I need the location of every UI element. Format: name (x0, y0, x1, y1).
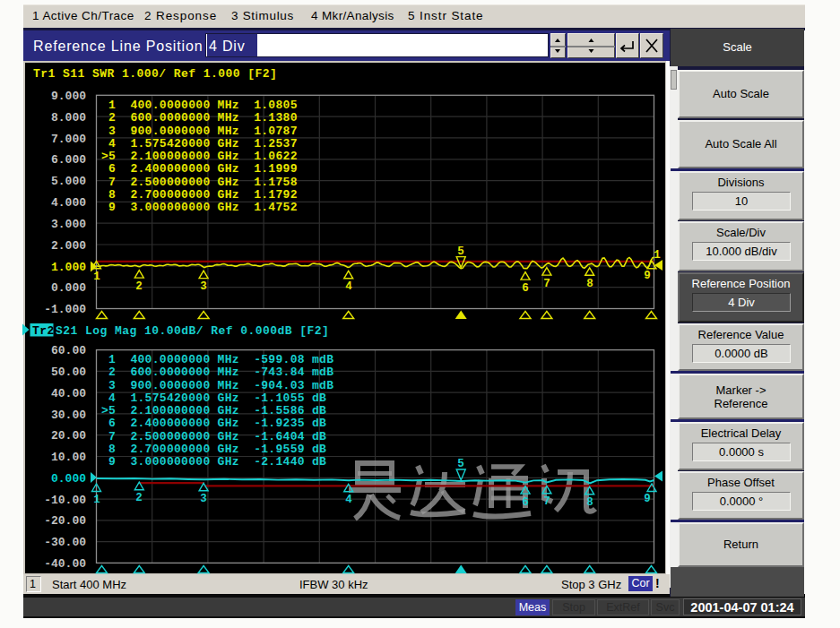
svg-text:6.000: 6.000 (51, 153, 86, 167)
svg-text:6 2.400000000 GHz -1.9235 dB: 6 2.400000000 GHz -1.9235 dB (101, 417, 326, 430)
svg-text:9 3.000000000 GHz 1.4752: 9 3.000000000 GHz 1.4752 (101, 201, 298, 214)
svg-text:4 1.575420000 GHz -1.1055 dB: 4 1.575420000 GHz -1.1055 dB (101, 391, 326, 405)
svg-text:30.00: 30.00 (51, 409, 86, 422)
svg-text:8 2.700000000 GHz 1.1792: 8 2.700000000 GHz 1.1792 (101, 188, 298, 202)
svg-text:6: 6 (522, 282, 529, 295)
svg-text:1: 1 (93, 271, 100, 283)
svg-text:3.000: 3.000 (51, 218, 86, 231)
svg-text:2 600.0000000 MHz -743.84 md: 2 600.0000000 MHz -743.84 mdB (101, 366, 333, 379)
svg-text:3: 3 (200, 280, 207, 293)
svg-text:60.00: 60.00 (51, 344, 86, 357)
svg-text:1.000: 1.000 (51, 261, 86, 274)
svg-text:4: 4 (345, 280, 352, 293)
svg-text:7: 7 (543, 495, 550, 508)
svg-text:2.000: 2.000 (51, 239, 86, 253)
svg-text:S21 Log Mag 10.00dB/ Ref 0.000: S21 Log Mag 10.00dB/ Ref 0.000dB [F2] (56, 324, 329, 338)
svg-text:3 900.0000000 MHz -904.03 md: 3 900.0000000 MHz -904.03 mdB (101, 379, 333, 392)
svg-text:3: 3 (200, 493, 207, 505)
svg-text:>5 2.100000000 GHz 1.0622: >5 2.100000000 GHz 1.0622 (101, 150, 298, 163)
svg-text:20.00: 20.00 (51, 429, 86, 443)
svg-text:3 900.0000000 MHz 1.0787: 3 900.0000000 MHz 1.0787 (101, 125, 298, 138)
svg-text:Tr1 S11 SWR 1.000/ Ref 1.000 [: Tr1 S11 SWR 1.000/ Ref 1.000 [F2] (33, 67, 277, 81)
svg-text:8.000: 8.000 (51, 111, 86, 125)
svg-text:4 1.575420000 GHz 1.2537: 4 1.575420000 GHz 1.2537 (101, 137, 298, 151)
svg-text:-10.00: -10.00 (44, 494, 86, 507)
svg-text:-40.00: -40.00 (44, 557, 86, 571)
svg-text:>5 2.100000000 GHz -1.5586 d: >5 2.100000000 GHz -1.5586 dB (101, 404, 326, 417)
svg-text:2: 2 (135, 280, 143, 293)
svg-text:1 400.0000000 MHz 1.0805: 1 400.0000000 MHz 1.0805 (101, 99, 298, 112)
svg-text:0.000: 0.000 (51, 472, 86, 486)
svg-text:9 3.000000000 GHz -2.1440 dB: 9 3.000000000 GHz -2.1440 dB (101, 455, 326, 469)
svg-text:1: 1 (654, 249, 661, 262)
svg-text:1: 1 (93, 494, 100, 506)
svg-text:5.000: 5.000 (51, 175, 86, 188)
svg-text:2: 2 (135, 492, 143, 504)
svg-text:5: 5 (457, 245, 464, 258)
svg-text:40.00: 40.00 (51, 387, 86, 400)
svg-text:0.000: 0.000 (51, 281, 86, 295)
svg-text:6 2.400000000 GHz 1.1999: 6 2.400000000 GHz 1.1999 (101, 162, 298, 176)
svg-text:9: 9 (644, 270, 651, 282)
svg-text:4: 4 (345, 494, 352, 506)
svg-text:1 400.0000000 MHz -599.08 md: 1 400.0000000 MHz -599.08 mdB (101, 353, 333, 366)
svg-text:7.000: 7.000 (51, 133, 86, 146)
svg-text:7 2.500000000 GHz 1.1758: 7 2.500000000 GHz 1.1758 (101, 176, 298, 189)
svg-text:Tr2: Tr2 (32, 324, 55, 338)
svg-text:7: 7 (543, 278, 550, 290)
svg-text:8 2.700000000 GHz -1.9559 dB: 8 2.700000000 GHz -1.9559 dB (101, 443, 326, 456)
svg-text:6: 6 (522, 496, 529, 509)
svg-text:7 2.500000000 GHz -1.6404 dB: 7 2.500000000 GHz -1.6404 dB (101, 430, 326, 443)
svg-text:5: 5 (457, 458, 464, 470)
svg-text:50.00: 50.00 (51, 366, 86, 379)
svg-text:4.000: 4.000 (51, 196, 86, 210)
svg-text:8: 8 (586, 278, 593, 290)
svg-text:-1.000: -1.000 (44, 303, 86, 316)
svg-text:8: 8 (586, 496, 593, 509)
svg-text:9.000: 9.000 (51, 90, 86, 103)
svg-text:2 600.0000000 MHz 1.1380: 2 600.0000000 MHz 1.1380 (101, 111, 298, 125)
svg-text:9: 9 (644, 493, 651, 505)
svg-text:10.00: 10.00 (51, 451, 86, 464)
svg-text:-20.00: -20.00 (44, 514, 86, 528)
svg-text:-30.00: -30.00 (44, 536, 86, 549)
